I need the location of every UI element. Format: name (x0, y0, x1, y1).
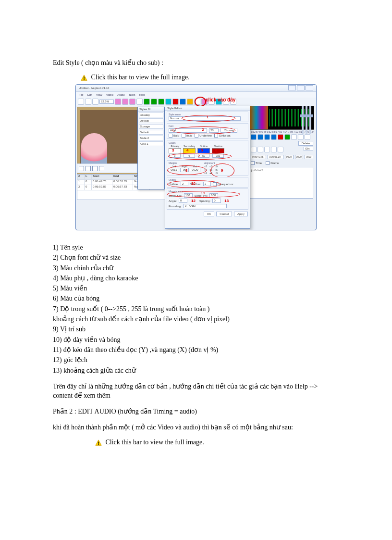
toolbar[interactable]: 62.5% click vào đây (76, 98, 316, 106)
sm-default[interactable]: Default (139, 118, 163, 123)
toolbar-icon[interactable] (194, 99, 200, 105)
primary-color-swatch[interactable] (169, 148, 181, 153)
margin-input-1[interactable]: 0000 (285, 155, 294, 159)
menu-view[interactable]: View (96, 93, 102, 96)
menu-tools[interactable]: Tools (129, 93, 135, 96)
scalex-input[interactable]: 100 (184, 193, 193, 198)
toolbar-icon[interactable] (85, 99, 91, 105)
audio-btn[interactable] (251, 134, 257, 140)
audio-btn[interactable] (271, 134, 277, 140)
toolbar-icon[interactable] (187, 99, 193, 105)
strikeout-checkbox[interactable]: Strikeout (214, 134, 231, 138)
time-start-input[interactable]: 0:06:49.75 (251, 155, 266, 159)
audio-btn[interactable] (271, 147, 277, 152)
pause-icon[interactable] (86, 166, 91, 171)
apply-button[interactable]: Apply (234, 212, 248, 216)
shadow-color-swatch[interactable] (212, 148, 224, 153)
audio-btn[interactable] (264, 147, 270, 152)
audio-toolbar[interactable]: Delete (250, 134, 314, 146)
menu-bar[interactable]: File Edit View Video Audio Tools Help (76, 92, 316, 98)
margin-left-input[interactable]: 0011 (169, 168, 179, 172)
toolbar-icon[interactable] (172, 99, 179, 105)
toolbar-icon[interactable] (92, 99, 98, 105)
outline-color-swatch[interactable] (197, 148, 210, 153)
scaley-input[interactable]: 100 (209, 193, 218, 198)
choose-font-button[interactable]: Choose (220, 128, 237, 133)
encoding-input[interactable]: 0 - ANSI (184, 204, 227, 208)
list-item[interactable]: Bade 2 (139, 136, 163, 140)
italic-checkbox[interactable]: Italic (182, 134, 192, 138)
gin-input[interactable]: GIn (304, 147, 313, 151)
align-1[interactable]: ○1 (204, 172, 209, 175)
slider[interactable] (309, 106, 311, 134)
margin-vert-input[interactable]: 0020 (190, 168, 200, 172)
click-bar-notice[interactable]: Click this bar to view the full image. (81, 74, 339, 81)
align-7[interactable]: ○7 (204, 165, 209, 168)
menu-file[interactable]: File (79, 93, 84, 96)
angle-input[interactable]: 0 (179, 199, 187, 203)
shadow-dist-input[interactable]: 2 (203, 182, 211, 186)
audio-btn[interactable] (305, 134, 310, 140)
menu-video[interactable]: Video (106, 93, 113, 96)
menu-audio[interactable]: Audio (117, 93, 124, 96)
underline-checkbox[interactable]: Underline (195, 134, 212, 138)
play-icon[interactable] (79, 166, 84, 171)
align-5[interactable]: ○5 (209, 168, 214, 171)
toolbar-icon[interactable] (151, 99, 157, 105)
audio-btn[interactable] (257, 134, 263, 140)
menu-edit[interactable]: Edit (87, 93, 92, 96)
audio-btn[interactable] (284, 134, 290, 140)
list-item[interactable]: Default (139, 130, 163, 135)
audio-btn[interactable] (291, 134, 297, 140)
toolbar-icon[interactable] (122, 99, 128, 105)
style-name-input[interactable]: Normal (169, 116, 241, 121)
align-9[interactable]: ○9 (215, 165, 220, 168)
time-dur-input[interactable]: 0:00:03.10 (268, 155, 283, 159)
list-item[interactable]: Koro 1 (139, 141, 163, 146)
audio-btn[interactable] (257, 147, 263, 152)
audio-btn[interactable] (298, 134, 304, 140)
ok-button[interactable]: OK (204, 212, 215, 216)
outline-alpha-input[interactable]: 50 (198, 154, 209, 158)
toolbar-icon[interactable] (136, 99, 143, 105)
toolbar-icon[interactable] (158, 99, 164, 105)
window-buttons[interactable] (287, 85, 313, 91)
menu-help[interactable]: Help (139, 93, 145, 96)
audio-btn[interactable] (278, 147, 283, 152)
toolbar-icon[interactable] (129, 99, 135, 105)
secondary-color-swatch[interactable] (183, 148, 196, 153)
volume-sliders[interactable] (302, 106, 313, 135)
audio-btn[interactable] (251, 147, 257, 152)
font-size-input[interactable]: 28 (209, 128, 219, 133)
margin-input-3[interactable]: 0000 (305, 155, 313, 159)
toolbar-icon[interactable] (180, 99, 186, 105)
video-controls[interactable] (77, 163, 147, 173)
toolbar-icon[interactable] (144, 99, 150, 105)
primary-alpha-input[interactable]: 0 (169, 154, 181, 158)
radio-frame[interactable]: Frame (266, 161, 279, 165)
align-3[interactable]: ○3 (215, 172, 220, 175)
bold-checkbox[interactable]: Bold (169, 134, 179, 138)
slider[interactable] (302, 106, 304, 134)
margin-input-2[interactable]: 0000 (295, 155, 304, 159)
margin-right-input[interactable]: 00 (180, 168, 189, 172)
control-icon[interactable] (99, 166, 104, 171)
font-name-input[interactable]: Arial (169, 128, 207, 133)
slider[interactable] (306, 106, 307, 134)
opaque-box-checkbox[interactable]: Opaque box (213, 182, 233, 186)
audio-btn[interactable] (264, 134, 270, 140)
align-2[interactable]: ●2 (209, 172, 214, 175)
toolbar-icon[interactable] (165, 99, 172, 105)
toolbar-icon[interactable] (115, 99, 121, 105)
click-bar-notice-2[interactable]: Click this bar to view the full image. (95, 439, 339, 446)
spacing-input[interactable]: 0 (212, 199, 221, 203)
align-6[interactable]: ○6 (215, 168, 220, 171)
cancel-button[interactable]: Cancel (216, 212, 232, 216)
subtitle-text-input[interactable]: j tớ chữ ! (250, 167, 313, 199)
shadow-alpha-input[interactable]: 150 (212, 154, 224, 158)
align-4[interactable]: ○4 (204, 168, 209, 171)
radio-time[interactable]: Time (251, 161, 262, 165)
toolbar-icon[interactable] (78, 99, 84, 105)
delete-button[interactable]: Delete (298, 141, 313, 146)
outline-width-input[interactable]: 2 (181, 182, 188, 186)
